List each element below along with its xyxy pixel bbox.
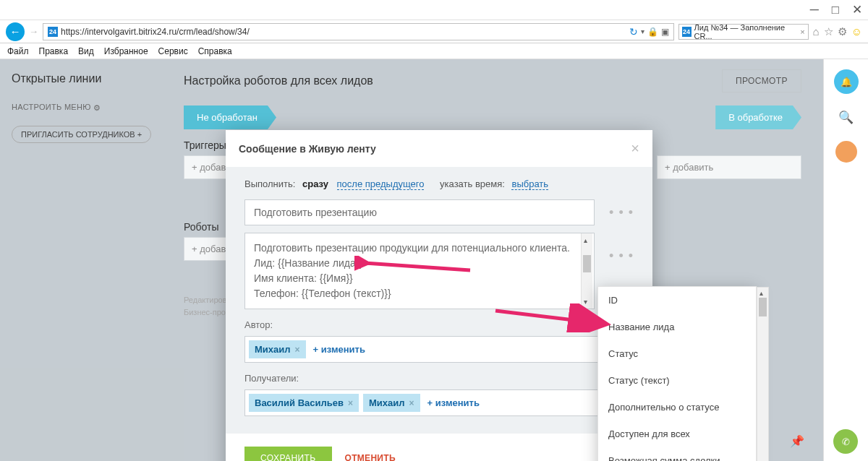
modal-save-button[interactable]: СОХРАНИТЬ: [244, 447, 332, 461]
tab-favicon: 24: [682, 27, 692, 37]
chip-remove[interactable]: ×: [348, 398, 353, 408]
recipient-chip-2[interactable]: Михаил×: [363, 394, 420, 412]
view-button[interactable]: ПРОСМОТР: [722, 69, 801, 92]
url-text: https://intervolgavirt.bitrix24.ru/crm/l…: [61, 27, 250, 37]
menu-help[interactable]: Справка: [198, 46, 232, 56]
menu-favorites[interactable]: Избранное: [104, 46, 148, 56]
dropdown-item-status[interactable]: Статус: [598, 340, 756, 367]
browser-tab[interactable]: 24 Лид №34 — Заполнение CR... ×: [678, 24, 809, 40]
dropdown-item-status-text[interactable]: Статус (текст): [598, 367, 756, 394]
window-minimize[interactable]: ─: [810, 3, 819, 17]
recipients-field[interactable]: Василий Васильев× Михаил× + изменить: [244, 389, 634, 416]
home-icon[interactable]: ⌂: [813, 25, 820, 38]
browser-forward[interactable]: →: [29, 26, 38, 37]
gear-icon[interactable]: ⚙: [838, 25, 847, 38]
msg-line-4: Телефон: {{Телефон (текст)}}: [254, 286, 585, 301]
modal-close[interactable]: ×: [631, 140, 639, 157]
recipient-chip-1[interactable]: Василий Васильев×: [249, 394, 359, 412]
search-icon[interactable]: 🔍: [838, 110, 854, 125]
smile-icon[interactable]: ☺: [851, 25, 862, 38]
stage-not-processed[interactable]: Не обработан: [184, 105, 276, 129]
chip-remove[interactable]: ×: [295, 345, 300, 355]
avatar[interactable]: [835, 141, 857, 163]
msg-line-1: Подготовить презентацию продукции для по…: [254, 241, 585, 256]
pin-icon[interactable]: 📌: [790, 434, 804, 448]
recipients-label: Получатели:: [244, 373, 634, 384]
favicon: 24: [48, 27, 58, 37]
modal-title: Сообщение в Живую ленту: [239, 143, 376, 155]
phone-icon[interactable]: ✆: [833, 429, 858, 454]
stage-in-process[interactable]: В обработке: [715, 105, 801, 129]
execute-label: Выполнить:: [244, 178, 295, 189]
menu-view[interactable]: Вид: [78, 46, 94, 56]
dropdown-item-id[interactable]: ID: [598, 287, 756, 314]
settings-icon: ⚙: [93, 103, 101, 113]
subject-menu-icon[interactable]: • • •: [609, 205, 634, 220]
menu-service[interactable]: Сервис: [158, 46, 188, 56]
lock-icon: 🔒: [647, 27, 658, 37]
option-now[interactable]: сразу: [302, 178, 328, 189]
annotation-arrow-2: [492, 303, 615, 332]
time-label: указать время:: [440, 178, 505, 189]
dropdown-item-available[interactable]: Доступен для всех: [598, 421, 756, 447]
author-chip[interactable]: Михаил×: [249, 340, 306, 358]
add-trigger-right[interactable]: + добавить: [657, 155, 801, 179]
modal-cancel-button[interactable]: ОТМЕНИТЬ: [345, 453, 396, 461]
author-field[interactable]: Михаил× + изменить: [244, 336, 634, 363]
dropdown-scrollbar[interactable]: ▴ ▾: [757, 287, 769, 461]
menu-edit[interactable]: Правка: [39, 46, 69, 56]
annotation-arrow-1: [354, 256, 477, 277]
message-menu-icon[interactable]: • • •: [609, 249, 634, 264]
configure-menu[interactable]: НАСТРОИТЬ МЕНЮ ⚙: [12, 103, 155, 113]
recipients-change[interactable]: + изменить: [427, 397, 480, 408]
option-after[interactable]: после предыдущего: [337, 178, 425, 190]
compat-icon[interactable]: ▣: [661, 27, 669, 37]
option-choose-time[interactable]: выбрать: [511, 178, 548, 190]
tab-title: Лид №34 — Заполнение CR...: [694, 23, 798, 40]
dropdown-icon[interactable]: ▾: [641, 27, 644, 35]
refresh-icon[interactable]: ↻: [629, 26, 638, 38]
menu-file[interactable]: Файл: [7, 46, 29, 56]
notifications-icon[interactable]: 🔔: [834, 69, 859, 94]
chip-remove[interactable]: ×: [409, 398, 414, 408]
dropdown-item-amount[interactable]: Возможная сумма сделки: [598, 447, 756, 461]
subject-input[interactable]: Подготовить презентацию: [244, 199, 595, 225]
svg-line-1: [495, 311, 604, 324]
author-change[interactable]: + изменить: [313, 344, 365, 355]
invite-button[interactable]: ПРИГЛАСИТЬ СОТРУДНИКОВ +: [12, 126, 151, 143]
tab-close[interactable]: ×: [800, 27, 804, 36]
dropdown-item-status-extra[interactable]: Дополнительно о статусе: [598, 394, 756, 421]
modal-live-feed-message: Сообщение в Живую ленту × Выполнить: сра…: [226, 130, 652, 461]
window-close[interactable]: ✕: [852, 2, 862, 17]
svg-line-0: [365, 263, 470, 270]
textarea-scrollbar[interactable]: ▴ ▾: [581, 233, 592, 309]
dropdown-item-lead-name[interactable]: Название лида: [598, 314, 756, 340]
page-title: Настройка роботов для всех лидов: [184, 74, 373, 87]
browser-back[interactable]: ←: [6, 22, 25, 41]
window-maximize[interactable]: □: [832, 3, 839, 17]
field-dropdown: ID Название лида Статус Статус (текст) Д…: [597, 286, 757, 461]
sidebar-title: Открытые линии: [12, 72, 155, 85]
star-icon[interactable]: ☆: [824, 25, 833, 38]
url-bar[interactable]: 24 https://intervolgavirt.bitrix24.ru/cr…: [43, 23, 674, 40]
